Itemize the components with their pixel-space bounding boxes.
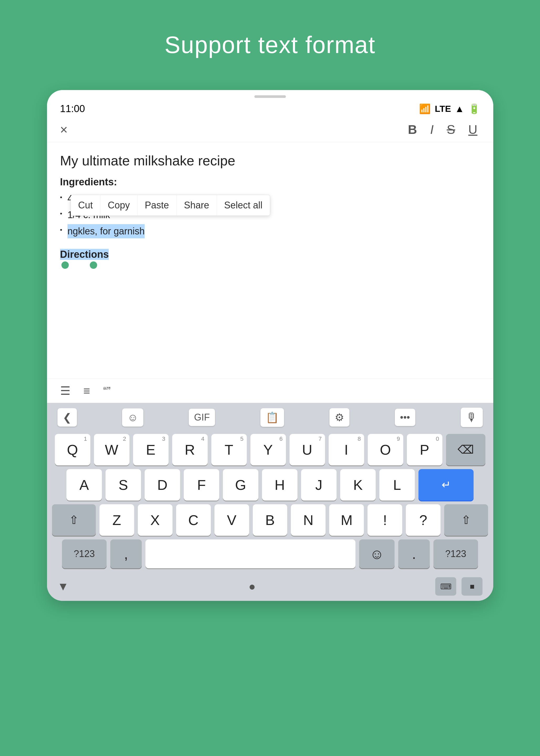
bullet-text-partial: ngkles, for garnish	[68, 224, 145, 238]
context-menu: Cut Copy Paste Share Select all	[70, 195, 270, 216]
keyboard-row-1: 1 Q 2 W 3 E 4 R 5 T	[52, 434, 488, 465]
shift-right-key[interactable]: ⇧	[444, 504, 488, 536]
wifi-icon: 📶	[419, 103, 431, 114]
key-N[interactable]: N	[291, 504, 326, 536]
keyboard-top-row: ❮ ☺ GIF 📋 ⚙ ••• 🎙	[47, 403, 493, 432]
underline-button[interactable]: U	[466, 121, 480, 138]
sym-left-key[interactable]: ?123	[62, 540, 107, 568]
editor-area[interactable]: My ultimate milkshake recipe Ingredients…	[47, 142, 493, 379]
strikethrough-button[interactable]: S	[444, 121, 458, 138]
key-K[interactable]: K	[340, 469, 376, 501]
key-H[interactable]: H	[262, 469, 298, 501]
keyboard-bottom-row: ▼ ● ⌨ ■	[47, 574, 493, 601]
clipboard-button[interactable]: 📋	[260, 408, 284, 427]
keyboard-switch-icon[interactable]: ⌨	[435, 577, 456, 596]
key-A[interactable]: A	[67, 469, 102, 501]
key-question[interactable]: ?	[406, 504, 441, 536]
key-L[interactable]: L	[379, 469, 415, 501]
drag-handle-bar	[47, 90, 493, 100]
sym-right-key[interactable]: ?123	[433, 540, 478, 568]
space-key[interactable]	[145, 540, 355, 568]
device-frame: 11:00 📶 LTE ▲ 🔋 × B I S U My ultimate mi…	[47, 90, 493, 601]
drag-handle[interactable]	[254, 95, 286, 98]
lte-label: LTE	[435, 104, 451, 114]
italic-button[interactable]: I	[427, 121, 436, 138]
status-bar: 11:00 📶 LTE ▲ 🔋	[47, 100, 493, 117]
keyboard-bottom-right: ⌨ ■	[435, 577, 482, 596]
close-button[interactable]: ×	[60, 122, 68, 137]
bullet-dot: •	[60, 193, 62, 202]
selection-handle-right	[90, 261, 97, 269]
bullet-dot: •	[60, 225, 62, 235]
bottom-toolbar: ☰ ≡ “”	[47, 379, 493, 403]
key-Y[interactable]: 6 Y	[250, 434, 286, 465]
comma-key[interactable]: ,	[110, 540, 142, 568]
bulleted-list-icon[interactable]: ≡	[83, 384, 90, 397]
shift-left-key[interactable]: ⇧	[52, 504, 95, 536]
battery-icon: 🔋	[468, 103, 480, 114]
key-W[interactable]: 2 W	[94, 434, 129, 465]
editor-toolbar: × B I S U	[47, 117, 493, 142]
keyboard-back-button[interactable]: ❮	[58, 408, 77, 427]
key-C[interactable]: C	[176, 504, 211, 536]
period-key[interactable]: .	[398, 540, 430, 568]
key-T[interactable]: 5 T	[211, 434, 247, 465]
key-J[interactable]: J	[301, 469, 337, 501]
bullet-dot: •	[60, 209, 62, 218]
select-all-menu-item[interactable]: Select all	[217, 195, 270, 215]
key-M[interactable]: M	[329, 504, 364, 536]
key-E[interactable]: 3 E	[133, 434, 169, 465]
quote-icon[interactable]: “”	[103, 385, 110, 397]
settings-button[interactable]: ⚙	[330, 408, 349, 427]
directions-label: Directions	[60, 249, 109, 260]
selection-handle-left	[62, 261, 69, 269]
copy-menu-item[interactable]: Copy	[100, 195, 138, 215]
key-F[interactable]: F	[184, 469, 219, 501]
home-circle-icon[interactable]: ●	[249, 580, 256, 593]
keyboard: ❮ ☺ GIF 📋 ⚙ ••• 🎙 1 Q 2 W 3	[47, 403, 493, 601]
enter-key[interactable]: ↵	[418, 469, 473, 501]
key-I[interactable]: 8 I	[329, 434, 364, 465]
key-V[interactable]: V	[214, 504, 249, 536]
bullet-item-3: • ngkles, for garnish	[60, 224, 480, 238]
signal-icon: ▲	[455, 103, 465, 114]
keyboard-row-2: A S D F G H J	[52, 469, 488, 501]
mic-button[interactable]: 🎙	[461, 408, 483, 427]
numbered-list-icon[interactable]: ☰	[60, 384, 70, 397]
share-menu-item[interactable]: Share	[177, 195, 217, 215]
key-B[interactable]: B	[253, 504, 288, 536]
bold-button[interactable]: B	[405, 121, 420, 138]
ingredients-label: Ingredients:	[60, 177, 480, 188]
keyboard-row-3: ⇧ Z X C V B N	[52, 504, 488, 536]
backspace-key[interactable]: ⌫	[446, 434, 485, 465]
cut-menu-item[interactable]: Cut	[71, 195, 100, 215]
keyboard-row-4: ?123 , ☺ . ?123	[52, 540, 488, 568]
status-time: 11:00	[60, 103, 85, 114]
directions-section: Directions	[60, 249, 480, 269]
square-icon[interactable]: ■	[462, 577, 482, 596]
key-Q[interactable]: 1 Q	[55, 434, 90, 465]
gif-button[interactable]: GIF	[189, 409, 215, 426]
key-R[interactable]: 4 R	[172, 434, 207, 465]
selection-handles	[62, 261, 480, 269]
key-D[interactable]: D	[145, 469, 180, 501]
key-S[interactable]: S	[105, 469, 141, 501]
emoji-key[interactable]: ☺	[359, 540, 395, 568]
key-G[interactable]: G	[223, 469, 258, 501]
key-O[interactable]: 9 O	[368, 434, 403, 465]
key-exclamation[interactable]: !	[367, 504, 402, 536]
key-U[interactable]: 7 U	[290, 434, 325, 465]
status-icons: 📶 LTE ▲ 🔋	[419, 103, 480, 114]
key-P[interactable]: 0 P	[407, 434, 442, 465]
emoji-keyboard-button[interactable]: ☺	[122, 409, 143, 427]
keyboard-rows: 1 Q 2 W 3 E 4 R 5 T	[47, 432, 493, 574]
more-button[interactable]: •••	[395, 409, 415, 426]
key-X[interactable]: X	[138, 504, 173, 536]
key-Z[interactable]: Z	[99, 504, 134, 536]
doc-title[interactable]: My ultimate milkshake recipe	[60, 153, 480, 169]
paste-menu-item[interactable]: Paste	[138, 195, 177, 215]
nav-down-icon[interactable]: ▼	[58, 580, 69, 593]
format-buttons: B I S U	[405, 121, 480, 138]
page-title: Support text format	[165, 32, 375, 59]
